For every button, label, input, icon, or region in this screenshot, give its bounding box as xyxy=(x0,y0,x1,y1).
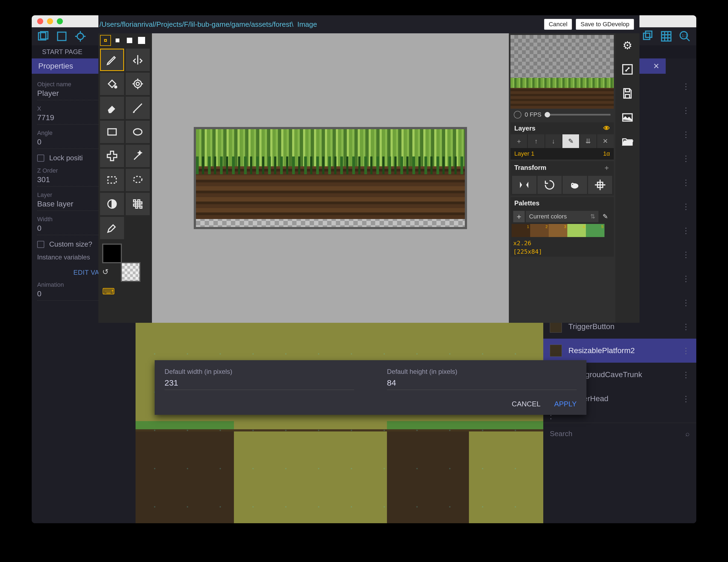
fps-slider[interactable] xyxy=(545,114,610,116)
custom-size-checkbox[interactable] xyxy=(37,241,44,248)
keyboard-shortcuts-icon[interactable]: ⌨ xyxy=(102,286,150,296)
flip-horizontal-button[interactable] xyxy=(512,176,536,194)
default-width-input[interactable]: 231 xyxy=(165,378,354,390)
object-menu-icon[interactable]: ⋮ xyxy=(682,82,690,91)
center-button[interactable] xyxy=(588,176,612,194)
palette-swatch[interactable]: 2 xyxy=(530,224,549,237)
layer-name: Layer 1 xyxy=(514,150,534,157)
object-menu-icon[interactable]: ⋮ xyxy=(682,394,690,403)
eraser-tool[interactable] xyxy=(100,97,124,119)
edit-layer-button[interactable]: ✎ xyxy=(562,134,579,148)
app-window: GDevelop 5 - /Users/florianrival/Project… xyxy=(32,15,696,523)
delete-layer-button[interactable]: ✕ xyxy=(597,134,614,148)
save-to-gdevelop-button[interactable]: Save to GDevelop xyxy=(576,19,634,30)
object-search-input[interactable]: Search xyxy=(550,429,572,438)
object-menu-icon[interactable]: ⋮ xyxy=(682,322,690,331)
palette-swatch[interactable]: 4 xyxy=(567,224,586,237)
palette-swatch[interactable]: 1 xyxy=(512,224,530,237)
object-menu-icon[interactable]: ⋮ xyxy=(682,154,690,163)
wand-tool[interactable] xyxy=(126,145,150,167)
add-transform-icon[interactable]: ＋ xyxy=(603,163,610,172)
project-manager-icon[interactable] xyxy=(36,31,50,42)
secondary-color-swatch[interactable] xyxy=(121,262,140,282)
primary-color-swatch[interactable] xyxy=(102,244,122,263)
canvas-area[interactable] xyxy=(152,33,509,323)
object-menu-icon[interactable]: ⋮ xyxy=(682,274,690,283)
close-icon[interactable]: × xyxy=(653,60,659,72)
layers-icon[interactable] xyxy=(641,31,655,42)
palette-index: 5 xyxy=(601,225,603,229)
lock-position-checkbox[interactable] xyxy=(37,155,44,162)
default-height-input[interactable]: 84 xyxy=(387,378,577,390)
pen-size-1[interactable] xyxy=(100,35,111,46)
editor-icon-strip: ⚙ xyxy=(615,33,639,323)
zoom-reset-icon[interactable]: 1:1 xyxy=(678,31,692,42)
dither-tool[interactable] xyxy=(126,193,150,215)
swap-colors-icon[interactable]: ↺ xyxy=(102,268,108,277)
preview-canvas[interactable] xyxy=(510,35,614,109)
lighten-tool[interactable] xyxy=(100,193,124,215)
dialog-apply-button[interactable]: APPLY xyxy=(554,400,577,408)
palette-swatch[interactable]: 3 xyxy=(549,224,567,237)
add-palette-button[interactable]: ＋ xyxy=(513,211,525,222)
svg-rect-12 xyxy=(108,129,116,135)
pen-size-3[interactable] xyxy=(124,35,135,46)
object-menu-icon[interactable]: ⋮ xyxy=(682,298,690,307)
tab-start-page[interactable]: START PAGE xyxy=(38,45,86,58)
color-swatches[interactable]: ↺ xyxy=(102,244,140,282)
lock-position-label: Lock positi xyxy=(49,154,83,162)
settings-icon[interactable]: ⚙ xyxy=(615,33,639,57)
clone-button[interactable] xyxy=(563,176,587,194)
object-menu-icon[interactable]: ⋮ xyxy=(682,370,690,379)
pen-size-4[interactable] xyxy=(136,35,147,46)
move-tool[interactable] xyxy=(100,145,124,167)
palette-select[interactable]: Current colors⇅ xyxy=(526,211,598,222)
default-size-dialog: Default width (in pixels) 231 Default he… xyxy=(155,360,586,415)
default-height-label: Default height (in pixels) xyxy=(387,368,577,375)
pen-size-2[interactable] xyxy=(112,35,123,46)
toggle-preview-icon[interactable]: 👁 xyxy=(603,125,610,132)
color-picker-tool[interactable] xyxy=(100,217,124,239)
object-menu-icon[interactable]: ⋮ xyxy=(682,106,690,115)
onion-skin-icon[interactable] xyxy=(514,111,521,119)
layer-down-button[interactable]: ↓ xyxy=(545,134,562,148)
save-icon[interactable] xyxy=(615,81,639,105)
object-menu-icon[interactable]: ⋮ xyxy=(682,346,690,355)
palette-edit-button[interactable]: ✎ xyxy=(600,211,611,222)
rotate-button[interactable] xyxy=(538,176,562,194)
object-menu-icon[interactable]: ⋮ xyxy=(682,178,690,187)
grid-icon[interactable] xyxy=(659,31,673,42)
mirror-pencil-tool[interactable] xyxy=(126,49,150,71)
svg-point-3 xyxy=(77,33,84,40)
bucket-tool[interactable] xyxy=(100,73,124,95)
palette-swatch[interactable]: 5 xyxy=(586,224,604,237)
image-link[interactable]: Image xyxy=(297,20,317,28)
palettes-title: Palettes xyxy=(514,199,539,207)
circle-tool[interactable] xyxy=(126,121,150,143)
dialog-cancel-button[interactable]: CANCEL xyxy=(512,400,541,408)
search-icon[interactable]: ⌕ xyxy=(685,429,690,438)
editor-right-panel: 0 FPS Layers👁 ＋ ↑ ↓ ✎ ⇊ ✕ xyxy=(509,33,639,323)
add-layer-button[interactable]: ＋ xyxy=(510,134,527,148)
open-folder-icon[interactable] xyxy=(615,130,639,154)
resize-icon[interactable] xyxy=(615,57,639,81)
layer-up-button[interactable]: ↑ xyxy=(528,134,544,148)
object-menu-icon[interactable]: ⋮ xyxy=(682,130,690,139)
image-icon[interactable] xyxy=(615,105,639,130)
file-path-label: /Users/florianrival/Projects/F/lil-bub-g… xyxy=(99,20,540,29)
lasso-select-tool[interactable] xyxy=(126,169,150,191)
object-menu-icon[interactable]: ⋮ xyxy=(682,202,690,211)
pencil-tool[interactable] xyxy=(100,49,124,71)
sprite-canvas[interactable] xyxy=(194,127,467,229)
magic-bucket-tool[interactable] xyxy=(126,73,150,95)
layer-row[interactable]: Layer 1 1α xyxy=(510,148,614,160)
merge-layer-button[interactable]: ⇊ xyxy=(580,134,596,148)
rectangle-tool[interactable] xyxy=(100,121,124,143)
rect-select-tool[interactable] xyxy=(100,169,124,191)
debug-icon[interactable] xyxy=(73,31,87,42)
line-tool[interactable] xyxy=(126,97,150,119)
object-menu-icon[interactable]: ⋮ xyxy=(682,226,690,235)
object-menu-icon[interactable]: ⋮ xyxy=(682,250,690,259)
cancel-button[interactable]: Cancel xyxy=(544,19,572,30)
export-icon[interactable] xyxy=(55,31,69,42)
